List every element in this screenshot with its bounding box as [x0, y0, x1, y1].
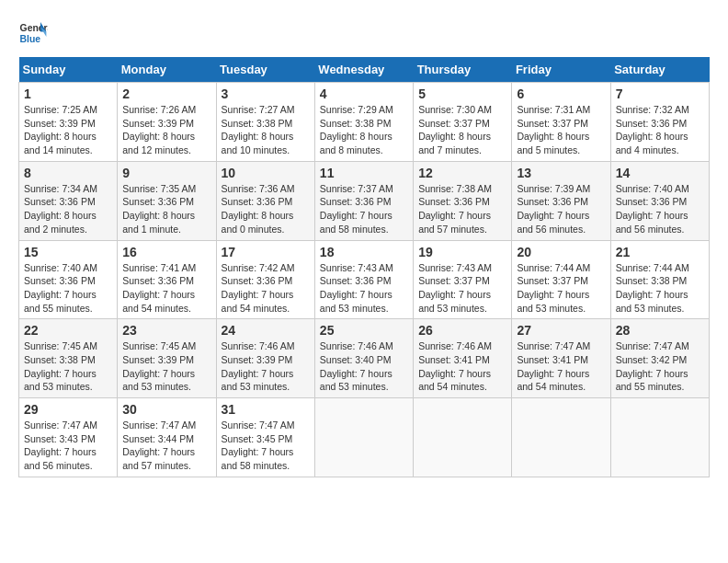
calendar-table: SundayMondayTuesdayWednesdayThursdayFrid… — [18, 57, 710, 477]
day-info: Sunrise: 7:35 AMSunset: 3:36 PMDaylight:… — [122, 182, 210, 236]
logo: General Blue — [18, 18, 48, 48]
calendar-cell: 27Sunrise: 7:47 AMSunset: 3:41 PMDayligh… — [512, 319, 610, 398]
calendar-cell: 26Sunrise: 7:46 AMSunset: 3:41 PMDayligh… — [414, 319, 512, 398]
day-header-thursday: Thursday — [414, 57, 512, 83]
calendar-cell: 9Sunrise: 7:35 AMSunset: 3:36 PMDaylight… — [118, 161, 216, 240]
svg-text:Blue: Blue — [20, 34, 41, 44]
day-number: 19 — [418, 245, 506, 259]
calendar-cell: 13Sunrise: 7:39 AMSunset: 3:36 PMDayligh… — [512, 161, 610, 240]
calendar-week-5: 29Sunrise: 7:47 AMSunset: 3:43 PMDayligh… — [19, 398, 710, 477]
day-number: 17 — [222, 245, 310, 259]
day-info: Sunrise: 7:40 AMSunset: 3:36 PMDaylight:… — [616, 182, 704, 236]
day-info: Sunrise: 7:38 AMSunset: 3:36 PMDaylight:… — [418, 182, 506, 236]
day-info: Sunrise: 7:42 AMSunset: 3:36 PMDaylight:… — [222, 261, 310, 316]
day-info: Sunrise: 7:45 AMSunset: 3:38 PMDaylight:… — [24, 339, 112, 394]
day-info: Sunrise: 7:43 AMSunset: 3:36 PMDaylight:… — [320, 261, 408, 316]
day-info: Sunrise: 7:40 AMSunset: 3:36 PMDaylight:… — [24, 261, 112, 316]
day-info: Sunrise: 7:31 AMSunset: 3:37 PMDaylight:… — [517, 103, 605, 157]
calendar-cell: 24Sunrise: 7:46 AMSunset: 3:39 PMDayligh… — [216, 319, 314, 398]
calendar-cell: 8Sunrise: 7:34 AMSunset: 3:36 PMDaylight… — [19, 161, 118, 240]
calendar-cell: 25Sunrise: 7:46 AMSunset: 3:40 PMDayligh… — [314, 319, 413, 398]
day-info: Sunrise: 7:32 AMSunset: 3:36 PMDaylight:… — [616, 103, 704, 157]
day-number: 15 — [24, 245, 112, 259]
calendar-cell: 18Sunrise: 7:43 AMSunset: 3:36 PMDayligh… — [314, 240, 413, 319]
day-number: 7 — [616, 86, 704, 101]
day-header-tuesday: Tuesday — [216, 57, 314, 83]
calendar-cell: 14Sunrise: 7:40 AMSunset: 3:36 PMDayligh… — [610, 161, 709, 240]
day-number: 25 — [320, 323, 408, 338]
day-info: Sunrise: 7:47 AMSunset: 3:41 PMDaylight:… — [517, 339, 605, 394]
calendar-cell: 11Sunrise: 7:37 AMSunset: 3:36 PMDayligh… — [314, 161, 413, 240]
calendar-cell — [314, 398, 413, 477]
day-info: Sunrise: 7:44 AMSunset: 3:37 PMDaylight:… — [517, 261, 605, 316]
day-number: 24 — [222, 323, 310, 338]
day-info: Sunrise: 7:26 AMSunset: 3:39 PMDaylight:… — [122, 103, 210, 157]
day-number: 13 — [517, 166, 605, 180]
day-info: Sunrise: 7:25 AMSunset: 3:39 PMDaylight:… — [24, 103, 112, 157]
day-number: 12 — [418, 166, 506, 180]
calendar-cell: 2Sunrise: 7:26 AMSunset: 3:39 PMDaylight… — [118, 83, 216, 162]
day-number: 8 — [24, 166, 112, 180]
day-info: Sunrise: 7:47 AMSunset: 3:42 PMDaylight:… — [616, 339, 704, 394]
days-header-row: SundayMondayTuesdayWednesdayThursdayFrid… — [19, 57, 710, 83]
calendar-cell: 22Sunrise: 7:45 AMSunset: 3:38 PMDayligh… — [19, 319, 118, 398]
day-info: Sunrise: 7:47 AMSunset: 3:43 PMDaylight:… — [24, 419, 112, 473]
day-info: Sunrise: 7:46 AMSunset: 3:39 PMDaylight:… — [222, 339, 310, 394]
day-header-saturday: Saturday — [610, 57, 709, 83]
day-header-wednesday: Wednesday — [314, 57, 413, 83]
day-number: 22 — [24, 323, 112, 338]
calendar-week-3: 15Sunrise: 7:40 AMSunset: 3:36 PMDayligh… — [19, 240, 710, 319]
calendar-cell: 15Sunrise: 7:40 AMSunset: 3:36 PMDayligh… — [19, 240, 118, 319]
day-info: Sunrise: 7:43 AMSunset: 3:37 PMDaylight:… — [418, 261, 506, 316]
day-number: 28 — [616, 323, 704, 338]
calendar-week-2: 8Sunrise: 7:34 AMSunset: 3:36 PMDaylight… — [19, 161, 710, 240]
day-header-monday: Monday — [118, 57, 216, 83]
calendar-cell: 20Sunrise: 7:44 AMSunset: 3:37 PMDayligh… — [512, 240, 610, 319]
page-header: General Blue — [18, 18, 710, 48]
day-number: 30 — [122, 402, 210, 417]
day-number: 3 — [222, 86, 310, 101]
calendar-cell — [610, 398, 709, 477]
calendar-cell: 12Sunrise: 7:38 AMSunset: 3:36 PMDayligh… — [414, 161, 512, 240]
day-info: Sunrise: 7:29 AMSunset: 3:38 PMDaylight:… — [320, 103, 408, 157]
day-info: Sunrise: 7:37 AMSunset: 3:36 PMDaylight:… — [320, 182, 408, 236]
calendar-cell — [414, 398, 512, 477]
day-header-sunday: Sunday — [19, 57, 118, 83]
day-number: 20 — [517, 245, 605, 259]
calendar-cell: 6Sunrise: 7:31 AMSunset: 3:37 PMDaylight… — [512, 83, 610, 162]
calendar-cell: 23Sunrise: 7:45 AMSunset: 3:39 PMDayligh… — [118, 319, 216, 398]
calendar-cell: 21Sunrise: 7:44 AMSunset: 3:38 PMDayligh… — [610, 240, 709, 319]
day-info: Sunrise: 7:36 AMSunset: 3:36 PMDaylight:… — [222, 182, 310, 236]
day-number: 6 — [517, 86, 605, 101]
day-number: 26 — [418, 323, 506, 338]
day-info: Sunrise: 7:47 AMSunset: 3:44 PMDaylight:… — [122, 419, 210, 473]
day-info: Sunrise: 7:46 AMSunset: 3:40 PMDaylight:… — [320, 339, 408, 394]
day-info: Sunrise: 7:47 AMSunset: 3:45 PMDaylight:… — [222, 419, 310, 473]
day-info: Sunrise: 7:46 AMSunset: 3:41 PMDaylight:… — [418, 339, 506, 394]
day-number: 10 — [222, 166, 310, 180]
calendar-cell: 3Sunrise: 7:27 AMSunset: 3:38 PMDaylight… — [216, 83, 314, 162]
calendar-week-4: 22Sunrise: 7:45 AMSunset: 3:38 PMDayligh… — [19, 319, 710, 398]
day-number: 1 — [24, 86, 112, 101]
calendar-cell: 29Sunrise: 7:47 AMSunset: 3:43 PMDayligh… — [19, 398, 118, 477]
calendar-cell: 17Sunrise: 7:42 AMSunset: 3:36 PMDayligh… — [216, 240, 314, 319]
calendar-cell: 28Sunrise: 7:47 AMSunset: 3:42 PMDayligh… — [610, 319, 709, 398]
calendar-cell: 19Sunrise: 7:43 AMSunset: 3:37 PMDayligh… — [414, 240, 512, 319]
day-number: 16 — [122, 245, 210, 259]
day-header-friday: Friday — [512, 57, 610, 83]
calendar-cell: 7Sunrise: 7:32 AMSunset: 3:36 PMDaylight… — [610, 83, 709, 162]
day-number: 21 — [616, 245, 704, 259]
day-info: Sunrise: 7:41 AMSunset: 3:36 PMDaylight:… — [122, 261, 210, 316]
logo-icon: General Blue — [18, 18, 48, 48]
day-info: Sunrise: 7:45 AMSunset: 3:39 PMDaylight:… — [122, 339, 210, 394]
day-number: 23 — [122, 323, 210, 338]
calendar-cell: 5Sunrise: 7:30 AMSunset: 3:37 PMDaylight… — [414, 83, 512, 162]
day-number: 18 — [320, 245, 408, 259]
day-number: 5 — [418, 86, 506, 101]
day-info: Sunrise: 7:39 AMSunset: 3:36 PMDaylight:… — [517, 182, 605, 236]
day-info: Sunrise: 7:30 AMSunset: 3:37 PMDaylight:… — [418, 103, 506, 157]
day-number: 29 — [24, 402, 112, 417]
calendar-cell: 10Sunrise: 7:36 AMSunset: 3:36 PMDayligh… — [216, 161, 314, 240]
day-info: Sunrise: 7:34 AMSunset: 3:36 PMDaylight:… — [24, 182, 112, 236]
day-number: 2 — [122, 86, 210, 101]
